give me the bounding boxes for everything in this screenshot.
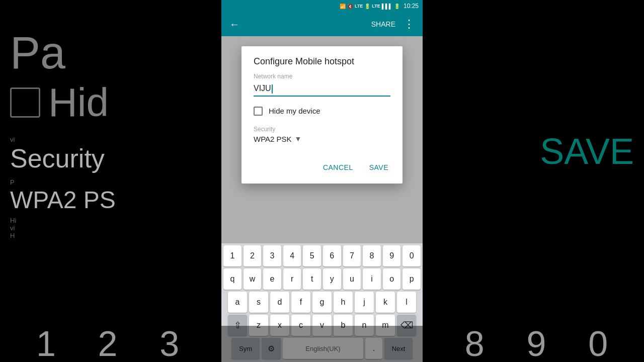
hide-device-row[interactable]: Hide my device <box>254 107 390 116</box>
key-7[interactable]: 7 <box>343 245 361 266</box>
battery-icon: 🔋 <box>394 4 400 9</box>
key-2[interactable]: 2 <box>244 245 262 266</box>
key-s[interactable]: s <box>249 292 268 313</box>
security-label: Security <box>254 126 390 133</box>
bg-save-text: SAVE <box>433 131 634 172</box>
text-cursor <box>272 84 273 94</box>
background-number-row: 1 2 3 8 9 0 <box>0 326 644 362</box>
app-bar: ← SHARE ⋮ <box>221 12 423 36</box>
key-g[interactable]: g <box>312 292 332 313</box>
key-q[interactable]: q <box>223 268 242 290</box>
save-button[interactable]: SAVE <box>363 159 394 175</box>
key-9[interactable]: 9 <box>383 245 401 266</box>
key-4[interactable]: 4 <box>283 245 301 266</box>
bg-num-0: 0 <box>588 324 608 362</box>
hide-device-label: Hide my device <box>269 107 320 115</box>
hide-device-checkbox[interactable] <box>254 107 263 116</box>
key-t[interactable]: t <box>303 268 321 290</box>
key-w[interactable]: w <box>244 268 262 290</box>
dialog-title: Configure Mobile hotspot <box>242 46 403 73</box>
lte-icon1: LTE <box>355 4 363 9</box>
key-h[interactable]: h <box>334 292 353 313</box>
key-8[interactable]: 8 <box>363 245 381 266</box>
security-value: WPA2 PSK <box>254 135 292 143</box>
bg-num-1: 1 <box>36 324 56 362</box>
network-name-input[interactable]: VIJU <box>254 82 390 96</box>
key-l[interactable]: l <box>397 292 416 313</box>
dialog-actions: CANCEL SAVE <box>242 155 403 184</box>
key-p[interactable]: p <box>403 268 421 290</box>
key-i[interactable]: i <box>363 268 381 290</box>
sim-icon: 📶 <box>340 4 346 9</box>
network-name-field[interactable]: VIJU <box>254 82 390 97</box>
back-button[interactable]: ← <box>229 19 239 30</box>
key-3[interactable]: 3 <box>263 245 281 266</box>
keyboard-row-asdf: a s d f g h j k l <box>221 290 423 313</box>
status-icons: 📶 🔇 LTE 🔋 LTE ▌▌▌ 🔋 10:25 <box>340 3 419 10</box>
bg-num-2: 2 <box>98 324 118 362</box>
bg-num-8: 8 <box>465 324 485 362</box>
share-label: SHARE <box>371 20 395 28</box>
key-u[interactable]: u <box>343 268 361 290</box>
background-right: SAVE <box>423 0 644 362</box>
key-1[interactable]: 1 <box>223 245 242 266</box>
key-0[interactable]: 0 <box>403 245 421 266</box>
security-section: Security WPA2 PSK ▼ <box>254 126 390 143</box>
dialog-overlay: Configure Mobile hotspot Network name VI… <box>221 36 423 243</box>
more-icon[interactable]: ⋮ <box>404 18 415 31</box>
status-time: 10:25 <box>404 3 419 10</box>
key-e[interactable]: e <box>263 268 281 290</box>
bg-num-3: 3 <box>159 324 179 362</box>
sim2-icon: 🔋 <box>364 4 370 9</box>
key-6[interactable]: 6 <box>323 245 341 266</box>
cancel-button[interactable]: CANCEL <box>317 159 359 175</box>
keyboard-row-numbers: 1 2 3 4 5 6 7 8 9 0 <box>221 243 423 266</box>
content-area: Configure Mobile hotspot Network name VI… <box>221 36 423 243</box>
key-5[interactable]: 5 <box>303 245 321 266</box>
key-a[interactable]: a <box>228 292 247 313</box>
key-d[interactable]: d <box>270 292 289 313</box>
status-bar: 📷 📶 🔇 LTE 🔋 LTE ▌▌▌ 🔋 10:25 <box>221 0 423 12</box>
key-r[interactable]: r <box>283 268 301 290</box>
phone-frame: 📷 📶 🔇 LTE 🔋 LTE ▌▌▌ 🔋 10:25 ← SHARE ⋮ Co… <box>221 0 423 362</box>
bg-num-9: 9 <box>526 324 546 362</box>
network-name-label: Network name <box>254 73 390 80</box>
key-y[interactable]: y <box>323 268 341 290</box>
key-f[interactable]: f <box>291 292 310 313</box>
dialog-body: Network name VIJU Hide my device Securit… <box>242 73 403 155</box>
key-o[interactable]: o <box>383 268 401 290</box>
mute-icon: 🔇 <box>347 4 353 9</box>
security-dropdown[interactable]: WPA2 PSK ▼ <box>254 135 390 143</box>
signal-icon: ▌▌▌ <box>382 4 392 9</box>
key-k[interactable]: k <box>376 292 395 313</box>
configure-hotspot-dialog: Configure Mobile hotspot Network name VI… <box>242 46 403 184</box>
keyboard-row-qwerty: q w e r t y u i o p <box>221 266 423 290</box>
key-j[interactable]: j <box>355 292 374 313</box>
dropdown-arrow-icon: ▼ <box>295 135 302 143</box>
background-left: Pa Hid vi Security P WPA2 PS Hi vi H <box>0 0 221 362</box>
lte-icon2: LTE <box>372 4 380 9</box>
